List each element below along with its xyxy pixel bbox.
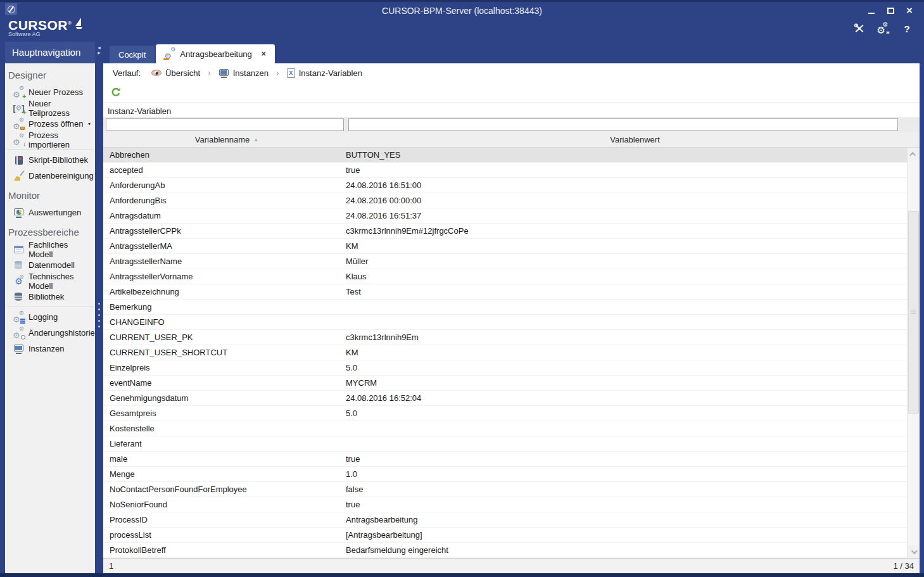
action-bar bbox=[103, 82, 920, 103]
variable-name-cell: Gesamtpreis bbox=[103, 409, 344, 418]
table-row[interactable]: AntragsstellerMAKM bbox=[103, 239, 907, 254]
table-row[interactable]: ProtokollBetreffBedarfsmeldung eingereic… bbox=[103, 543, 907, 558]
variable-name-cell: CHANGEINFO bbox=[103, 317, 344, 327]
sidebar-item-instanzen[interactable]: Instanzen bbox=[5, 341, 95, 357]
sidebar-item-skript-bibliothek[interactable]: Skript-Bibliothek bbox=[5, 152, 95, 168]
sidebar-item-änderungshistorie[interactable]: ⚙⚙Änderungshistorie bbox=[5, 325, 95, 341]
sidebar-item-logging[interactable]: ⚙⚙Logging bbox=[5, 309, 95, 325]
table-row[interactable]: Einzelpreis5.0 bbox=[103, 360, 907, 376]
table-row[interactable]: AntragsstellerCPPkc3krmc13rlnnih9Em#12jf… bbox=[103, 224, 907, 239]
table-row[interactable]: Lieferant bbox=[103, 436, 907, 452]
variable-value-cell: [Antragsbearbeitung] bbox=[344, 530, 907, 540]
tab-bar: Cockpit⚙⚙Antragsbearbeitung× bbox=[103, 42, 920, 63]
table-row[interactable]: AnforderungAb24.08.2016 16:51:00 bbox=[103, 178, 907, 193]
table-row[interactable]: processList[Antragsbearbeitung] bbox=[103, 528, 907, 543]
table-row[interactable]: maletrue bbox=[103, 452, 907, 467]
breadcrumb-item-übersicht[interactable]: Übersicht bbox=[151, 68, 200, 78]
variable-name-cell: Kostenstelle bbox=[103, 424, 344, 433]
variable-name-cell: NoContactPersonFoundForEmployee bbox=[103, 485, 344, 494]
table-row[interactable]: eventNameMYCRM bbox=[103, 376, 907, 391]
variablenname-filter-input[interactable] bbox=[106, 118, 344, 131]
table-row[interactable]: Kostenstelle bbox=[103, 421, 907, 436]
column-header-variablenwert[interactable]: Variablenwert bbox=[350, 132, 920, 147]
settings-tools-button[interactable] bbox=[851, 20, 867, 37]
sidebar-item-bibliothek[interactable]: Bibliothek bbox=[5, 289, 95, 305]
table-row[interactable]: AntragsstellerNameMüller bbox=[103, 254, 907, 269]
close-button[interactable]: × bbox=[900, 4, 919, 18]
variable-value-cell: true bbox=[344, 500, 907, 509]
breadcrumb-item-instanzen[interactable]: Instanzen bbox=[218, 68, 269, 78]
sidebar-item-prozess-importieren[interactable]: ⚙⚙↓Prozess importieren bbox=[5, 132, 95, 148]
process-tab-icon: ⚙⚙ bbox=[165, 49, 175, 59]
tab-cockpit[interactable]: Cockpit bbox=[110, 46, 155, 63]
scrollbar-thumb[interactable] bbox=[908, 211, 919, 414]
sidebar-item-prozess-öffnen[interactable]: ⚙⚙Prozess öffnen▾ bbox=[5, 116, 95, 132]
column-header-variablenname[interactable]: Variablenname ▲ bbox=[103, 132, 350, 147]
variable-name-cell: Menge bbox=[103, 469, 344, 479]
pager-current: 1 bbox=[109, 561, 113, 571]
table-row[interactable]: AntragsstellerVornameKlaus bbox=[103, 269, 907, 284]
vertical-scrollbar[interactable] bbox=[907, 148, 920, 558]
variable-value-cell: KM bbox=[344, 241, 907, 251]
sidebar-item-label: Auswertungen bbox=[28, 208, 81, 217]
sidebar-item-technisches-modell[interactable]: ⚙⚙Technisches Modell bbox=[5, 273, 95, 289]
collapse-sidebar-icon[interactable]: ◂▸ bbox=[96, 45, 102, 55]
data-model-icon bbox=[13, 260, 24, 270]
sidebar-item-label: Technisches Modell bbox=[28, 272, 93, 291]
table-row[interactable]: NoSeniorFoundtrue bbox=[103, 497, 907, 512]
sidebar-item-label: Neuer Teilprozess bbox=[28, 99, 93, 118]
variablenwert-filter-input[interactable] bbox=[348, 118, 898, 131]
sidebar-item-neuer-prozess[interactable]: ⚙⚙+Neuer Prozess bbox=[5, 84, 95, 100]
table-row[interactable]: ProcessIDAntragsbearbeitung bbox=[103, 512, 907, 528]
sidebar-item-neuer-teilprozess[interactable]: [⚙]+Neuer Teilprozess bbox=[5, 100, 95, 116]
technical-model-icon: ⚙⚙ bbox=[13, 276, 24, 286]
sidebar-item-auswertungen[interactable]: Auswertungen bbox=[5, 205, 95, 220]
minimize-icon bbox=[866, 6, 877, 16]
refresh-button[interactable] bbox=[109, 86, 123, 99]
table-row[interactable]: NoContactPersonFoundForEmployeefalse bbox=[103, 482, 907, 497]
table-row[interactable]: Genehmigungsdatum24.08.2016 16:52:04 bbox=[103, 391, 907, 406]
sidebar-item-label: Instanzen bbox=[28, 344, 64, 353]
table-row[interactable]: AnforderungBis24.08.2016 00:00:00 bbox=[103, 193, 907, 208]
sidebar-item-datenmodell[interactable]: Datenmodell bbox=[5, 257, 95, 273]
maximize-button[interactable] bbox=[881, 4, 900, 18]
table-row[interactable]: CHANGEINFO bbox=[103, 315, 907, 330]
window-bottom-border bbox=[0, 573, 924, 577]
scroll-down-button[interactable] bbox=[908, 545, 920, 558]
help-button[interactable]: ? bbox=[899, 20, 915, 37]
chevron-down-icon[interactable]: ▾ bbox=[88, 121, 93, 127]
content-panel: Instanz-Variablen Variablenname ▲ Variab… bbox=[103, 103, 920, 573]
filter-row bbox=[103, 117, 920, 132]
table-row[interactable]: CURRENT_USER_SHORTCUTKM bbox=[103, 345, 907, 360]
minimize-button[interactable] bbox=[862, 4, 881, 18]
top-toolbar: ⚙⚙? bbox=[851, 20, 915, 37]
table-row[interactable]: Antragsdatum24.08.2016 16:51:37 bbox=[103, 208, 907, 224]
table-row[interactable]: acceptedtrue bbox=[103, 163, 907, 178]
variable-name-cell: AnforderungBis bbox=[103, 196, 344, 205]
variable-name-cell: Lieferant bbox=[103, 439, 344, 448]
sidebar-title: Hauptnavigation bbox=[5, 42, 95, 63]
variable-value-cell: 24.08.2016 16:51:37 bbox=[344, 211, 907, 220]
sidebar-item-datenbereinigung[interactable]: Datenbereinigung bbox=[5, 168, 95, 184]
scroll-up-button[interactable] bbox=[908, 148, 920, 160]
table-body: AbbrechenBUTTON_YESacceptedtrueAnforderu… bbox=[103, 148, 920, 558]
table-title: Instanz-Variablen bbox=[103, 103, 920, 117]
tab-antragsbearbeitung[interactable]: ⚙⚙Antragsbearbeitung× bbox=[156, 44, 275, 63]
breadcrumb-item-instanz-variablen[interactable]: XInstanz-Variablen bbox=[287, 68, 362, 78]
tab-close-icon[interactable]: × bbox=[262, 49, 266, 58]
table-row[interactable]: ArtikelbezeichnungTest bbox=[103, 284, 907, 300]
splitter-grip[interactable] bbox=[98, 303, 100, 327]
table-row[interactable]: AbbrechenBUTTON_YES bbox=[103, 148, 907, 163]
logging-icon: ⚙⚙ bbox=[13, 312, 24, 322]
refresh-icon bbox=[111, 87, 122, 98]
sidebar-item-fachliches-modell[interactable]: Fachliches Modell bbox=[5, 241, 95, 257]
variable-name-cell: Einzelpreis bbox=[103, 363, 344, 372]
variable-value-cell: c3krmc13rlnnih9Em#12jfrgcCoPe bbox=[344, 226, 907, 236]
table-row[interactable]: CURRENT_USER_PKc3krmc13rlnnih9Em bbox=[103, 330, 907, 345]
table-row[interactable]: Bemerkung bbox=[103, 300, 907, 315]
deployment-button[interactable]: ⚙⚙ bbox=[875, 20, 891, 37]
table-row[interactable]: Menge1.0 bbox=[103, 467, 907, 482]
sidebar-splitter[interactable]: ◂▸ bbox=[95, 42, 103, 573]
variable-name-cell: Bemerkung bbox=[103, 302, 344, 312]
table-row[interactable]: Gesamtpreis5.0 bbox=[103, 406, 907, 421]
